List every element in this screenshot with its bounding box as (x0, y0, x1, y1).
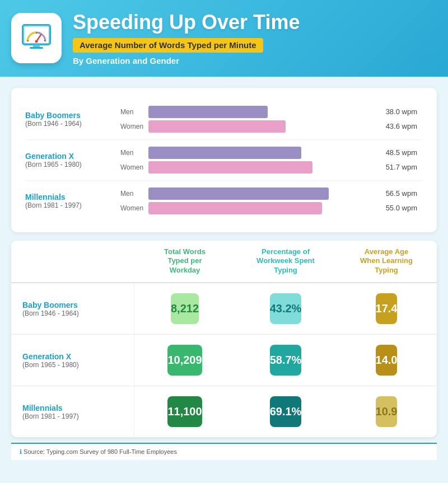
gen-name-boomers: Baby Boomers (25, 111, 115, 120)
svg-point-3 (35, 40, 38, 43)
bar-fill-women-boomers (148, 120, 286, 133)
row-years-millennials: (Born 1981 - 1997) (22, 412, 123, 420)
bar-fill-women-millennials (148, 202, 322, 214)
bar-track-men-millennials (148, 187, 374, 200)
bar-chart-section: Baby Boomers (Born 1946 - 1964) Men 38.0… (11, 88, 437, 232)
gen-label-boomers: Baby Boomers (Born 1946 - 1964) (25, 111, 115, 128)
bars-millennials: Men 56.5 wpm Women 55.0 wpm (115, 185, 423, 217)
table-row-millennials: Millennials (Born 1981 - 1997) 11,100 69… (11, 386, 437, 437)
speedometer-icon (20, 20, 53, 56)
bar-fill-men-boomers (148, 106, 268, 118)
pct-boomers: 43.2% (270, 293, 302, 324)
table-row-genx: Generation X (Born 1965 - 1980) 10,209 5… (11, 335, 437, 386)
words-boomers: 8,212 (171, 293, 199, 324)
men-label-genx: Men (120, 149, 144, 157)
row-label-millennials: Millennials (Born 1981 - 1997) (11, 386, 134, 437)
bars-genx: Men 48.5 wpm Women 51.7 wpm (115, 144, 423, 176)
women-value-millennials: 55.0 wpm (378, 204, 417, 212)
bar-men-boomers: Men 38.0 wpm (120, 106, 417, 118)
bars-boomers: Men 38.0 wpm Women 43.6 wpm (115, 104, 423, 135)
chart-row-boomers: Baby Boomers (Born 1946 - 1964) Men 38.0… (25, 99, 423, 139)
gen-label-genx: Generation X (Born 1965 - 1980) (25, 152, 115, 168)
women-value-boomers: 43.6 wpm (378, 122, 417, 130)
age-boomers: 17.4 (376, 293, 398, 324)
col-header-words: Total WordsTyped perWorkday (134, 241, 235, 284)
footer: ℹ Source: Typing.com Survey of 980 Full-… (11, 443, 437, 460)
bar-men-millennials: Men 56.5 wpm (120, 187, 417, 200)
gen-name-genx: Generation X (25, 152, 115, 161)
words-millennials: 11,100 (167, 396, 202, 427)
row-label-genx: Generation X (Born 1965 - 1980) (11, 335, 134, 386)
men-value-boomers: 38.0 wpm (378, 107, 417, 116)
bar-women-boomers: Women 43.6 wpm (120, 120, 417, 133)
row-name-millennials: Millennials (22, 404, 123, 412)
col-header-gen (11, 241, 134, 284)
age-genx: 14.0 (376, 345, 398, 376)
bar-track-women-genx (148, 161, 374, 173)
info-icon: ℹ (20, 448, 22, 455)
bar-fill-women-genx (148, 161, 312, 173)
subtitle: Average Number of Words Typed per Minute (80, 40, 256, 50)
svg-rect-8 (30, 47, 43, 49)
table-header: Total WordsTyped perWorkday Percentage o… (11, 241, 437, 284)
bar-women-millennials: Women 55.0 wpm (120, 202, 417, 214)
bar-fill-men-genx (148, 147, 301, 159)
age-millennials: 10.9 (376, 396, 398, 427)
col-header-pct: Percentage ofWorkweek SpentTyping (235, 241, 336, 284)
women-value-genx: 51.7 wpm (378, 163, 417, 171)
women-label-genx: Women (120, 163, 144, 171)
svg-rect-7 (33, 45, 40, 47)
words-genx: 10,209 (167, 345, 202, 376)
women-label-boomers: Women (120, 123, 144, 130)
header-icon-box (11, 13, 62, 63)
bar-track-women-boomers (148, 120, 374, 133)
subtitle-box: Average Number of Words Typed per Minute (73, 38, 263, 53)
pct-millennials: 69.1% (270, 396, 302, 427)
bar-track-men-genx (148, 147, 374, 159)
data-table: Total WordsTyped perWorkday Percentage o… (11, 241, 437, 438)
gen-years-millennials: (Born 1981 - 1997) (25, 201, 115, 209)
row-name-genx: Generation X (22, 352, 123, 361)
gen-years-genx: (Born 1965 - 1980) (25, 161, 115, 168)
row-label-boomers: Baby Boomers (Born 1946 - 1964) (11, 283, 134, 334)
gen-years-boomers: (Born 1946 - 1964) (25, 120, 115, 128)
men-value-genx: 48.5 wpm (378, 148, 417, 157)
bar-track-women-millennials (148, 202, 374, 214)
men-label-millennials: Men (120, 190, 144, 198)
bar-fill-men-millennials (148, 187, 329, 200)
main-content: Baby Boomers (Born 1946 - 1964) Men 38.0… (0, 77, 448, 466)
table-row-boomers: Baby Boomers (Born 1946 - 1964) 8,212 43… (11, 283, 437, 335)
col-header-age: Average AgeWhen LearningTyping (336, 241, 437, 284)
row-name-boomers: Baby Boomers (22, 301, 123, 310)
men-label-boomers: Men (120, 108, 144, 116)
women-label-millennials: Women (120, 204, 144, 212)
source-text: Source: Typing.com Survey of 980 Full-Ti… (24, 448, 177, 455)
main-title: Speeding Up Over Time (73, 11, 431, 34)
bar-women-genx: Women 51.7 wpm (120, 161, 417, 173)
gen-name-millennials: Millennials (25, 193, 115, 201)
sub-title-2: By Generation and Gender (73, 56, 431, 65)
gen-label-millennials: Millennials (Born 1981 - 1997) (25, 193, 115, 209)
bar-track-men-boomers (148, 106, 374, 118)
header-text: Speeding Up Over Time Average Number of … (73, 11, 431, 65)
chart-row-millennials: Millennials (Born 1981 - 1997) Men 56.5 … (25, 180, 423, 221)
header: Speeding Up Over Time Average Number of … (0, 0, 448, 77)
row-years-boomers: (Born 1946 - 1964) (22, 310, 123, 317)
men-value-millennials: 56.5 wpm (378, 189, 417, 198)
pct-genx: 58.7% (270, 345, 302, 376)
bar-men-genx: Men 48.5 wpm (120, 147, 417, 159)
row-years-genx: (Born 1965 - 1980) (22, 361, 123, 369)
chart-row-genx: Generation X (Born 1965 - 1980) Men 48.5… (25, 139, 423, 180)
